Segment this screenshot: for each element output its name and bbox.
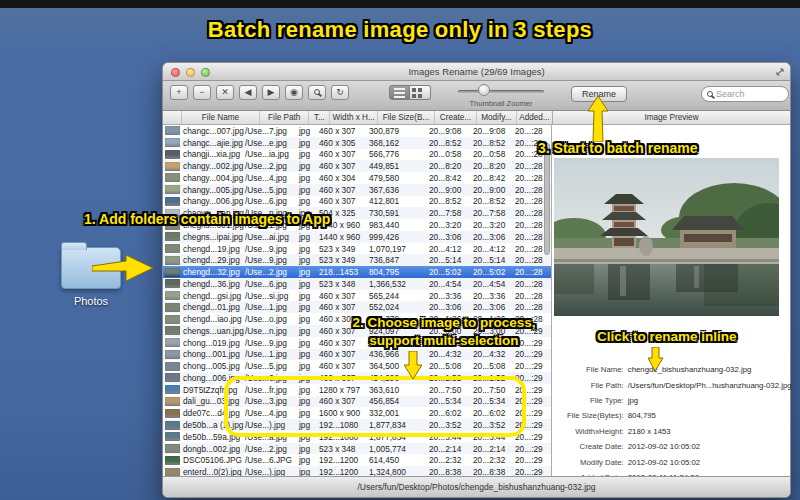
cell-path: /Use...6.jpg [245, 196, 297, 206]
eye-button[interactable]: ◉ [285, 85, 303, 100]
table-row[interactable]: changy...005.jpg/Use...5.jpgjpg460 x 307… [163, 184, 551, 196]
resize-icon[interactable] [775, 67, 785, 77]
table-row[interactable]: changji...xia.jpg/Use...ia.jpgjpg460 x 3… [163, 149, 551, 161]
search-field[interactable]: Search [701, 86, 789, 102]
metadata-row: File Path:/Users/fun/Desktop/Ph...hushan… [552, 377, 792, 392]
refresh-button[interactable]: ↻ [331, 85, 349, 100]
cell-path: /Use...o.jpg [245, 314, 297, 324]
search-button[interactable] [308, 85, 326, 100]
cell-modify: 20...9:00 [473, 185, 515, 195]
table-row[interactable]: chengd...01.jpg/Use...1.jpgjpg460 x 3075… [163, 301, 551, 313]
cell-create: 20...3:06 [429, 302, 473, 312]
column-header[interactable]: Added... [517, 111, 552, 124]
cell-name: DSC05106.JPG [183, 455, 245, 465]
add-button[interactable]: + [170, 85, 188, 100]
table-row[interactable]: DSC05106.JPG/Use...6.JPGjpg192...1200614… [163, 454, 551, 466]
file-thumbnail-icon [165, 315, 180, 324]
cell-added: 20...:28 [515, 161, 546, 171]
remove-button[interactable]: − [193, 85, 211, 100]
cell-wxh: 460 x 307 [319, 361, 369, 371]
cell-wxh: 460 x 307 [319, 291, 369, 301]
table-row[interactable]: dongb...002.jpg/Use...2.jpgjpg523 x 3481… [163, 443, 551, 455]
cell-name: changy...002.jpg [183, 161, 245, 171]
cell-wxh: 523 x 348 [319, 444, 369, 454]
cell-added: 20...:28 [515, 267, 546, 277]
table-row[interactable]: changy...002.jpg/Use...2.jpgjpg460 x 307… [163, 160, 551, 172]
cell-type: jpg [297, 267, 319, 277]
table-row[interactable]: chong...005.jpg/Use...5.jpgjpg460 x 3073… [163, 360, 551, 372]
preview-panel: File Name:chengde_bishushanzhuang-032.jp… [551, 125, 790, 478]
cell-size: 368,162 [369, 138, 429, 148]
cell-type: jpg [297, 232, 319, 242]
table-row[interactable]: chengd...36.jpg/Use...6.jpgjpg523 x 3481… [163, 278, 551, 290]
cell-name: chengd...19.jpg [183, 244, 245, 254]
back-button[interactable]: ◀ [239, 85, 257, 100]
cell-name: changy...005.jpg [183, 185, 245, 195]
cell-name: chong...005.jpg [183, 361, 245, 371]
cell-name: chong...019.jpg [183, 338, 245, 348]
zoomer-slider-knob[interactable] [478, 84, 490, 96]
metadata-label: File Name: [552, 365, 624, 374]
column-header[interactable]: File Size(B... [378, 111, 435, 124]
cell-name: chengd...gsi.jpg [183, 291, 245, 301]
cell-name: changc...ajie.jpg [183, 138, 245, 148]
table-row[interactable]: chengd...29.jpg/Use...9.jpgjpg523 x 3497… [163, 254, 551, 266]
file-thumbnail-icon [165, 197, 180, 206]
metadata-value[interactable]: chengde_bishushanzhuang-032.jpg [624, 365, 752, 374]
cell-create: 20...7:58 [429, 208, 473, 218]
metadata-row: Create Date:2012-09-02 10:05:02 [552, 439, 792, 454]
delete-button[interactable]: ✕ [216, 85, 234, 100]
title-bar[interactable]: Images Rename (29/69 Images) [163, 63, 790, 81]
table-row[interactable]: changc...007.jpg/Use...7.jpgjpg460 x 307… [163, 125, 551, 137]
table-row[interactable]: chegns...ipai.jpg/Use...ai.jpgjpg1440 x … [163, 231, 551, 243]
cell-name: changy...004.jpg [183, 173, 245, 183]
cell-wxh: 460 x 304 [319, 173, 369, 183]
column-header[interactable]: Modify... [477, 111, 517, 124]
table-row[interactable]: chengd...19.jpg/Use...9.jpgjpg523 x 3491… [163, 243, 551, 255]
cell-size: 449,851 [369, 161, 429, 171]
metadata-label: File Path: [552, 381, 624, 390]
file-thumbnail-icon [165, 244, 180, 253]
cell-wxh: 523 x 349 [319, 244, 369, 254]
cell-wxh: 460 x 307 [319, 196, 369, 206]
grid-view-button[interactable] [410, 85, 431, 100]
cell-wxh: 460 x 305 [319, 138, 369, 148]
cell-modify: 20...0:58 [473, 149, 515, 159]
metadata-row: WidthxHeight:2180 x 1453 [552, 424, 792, 439]
table-row[interactable]: chengd...32.jpg/Use...2.jpgjpg218...1453… [163, 266, 551, 278]
metadata-value: 804,795 [624, 411, 656, 420]
cell-type: jpg [297, 149, 319, 159]
cell-create: 20...5:02 [429, 267, 473, 277]
cell-modify: 20...9:08 [473, 126, 515, 136]
list-view-button[interactable] [389, 85, 410, 100]
table-row[interactable]: chong...001.jpg/Use...1.jpgjpg460 x 3074… [163, 349, 551, 361]
table-scrollbar[interactable] [544, 143, 550, 255]
cell-added: 20...:29 [515, 444, 546, 454]
annotation-rename-inline: Click to rename inline [597, 329, 737, 344]
table-row[interactable]: changy...006.jpg/Use...6.jpgjpg460 x 307… [163, 196, 551, 208]
column-header[interactable]: File Path [260, 111, 309, 124]
column-header[interactable]: Create... [435, 111, 477, 124]
cell-create: 20...3:36 [429, 291, 473, 301]
file-thumbnail-icon [165, 338, 180, 347]
file-thumbnail-icon [165, 150, 180, 159]
table-row[interactable]: chengd...gsi.jpg/Use...si.jpgjpg460 x 30… [163, 290, 551, 302]
preview-image [554, 158, 779, 316]
cell-added: 20...:28 [515, 208, 546, 218]
cell-wxh: 460 x 307 [319, 126, 369, 136]
table-row[interactable]: changy...004.jpg/Use...4.jpgjpg460 x 304… [163, 172, 551, 184]
file-thumbnail-icon [165, 350, 180, 359]
zoomer-slider-track[interactable] [458, 90, 544, 93]
column-header[interactable]: Width x H... [330, 111, 378, 124]
column-header[interactable]: T... [309, 111, 330, 124]
metadata-label: File Type: [552, 396, 624, 405]
forward-button[interactable]: ▶ [262, 85, 280, 100]
cell-modify: 20...3:36 [473, 291, 515, 301]
preview-metadata: File Name:chengde_bishushanzhuang-032.jp… [552, 362, 792, 485]
cell-path: /Use...5.jpg [245, 185, 297, 195]
table-row[interactable]: changc...ajie.jpg/Use...e.jpgjpg460 x 30… [163, 137, 551, 149]
icon-column-header[interactable] [163, 111, 182, 124]
cell-modify: 20...8:52 [473, 196, 515, 206]
column-header[interactable]: File Name [182, 111, 260, 124]
cell-added: 20...:28 [515, 232, 546, 242]
